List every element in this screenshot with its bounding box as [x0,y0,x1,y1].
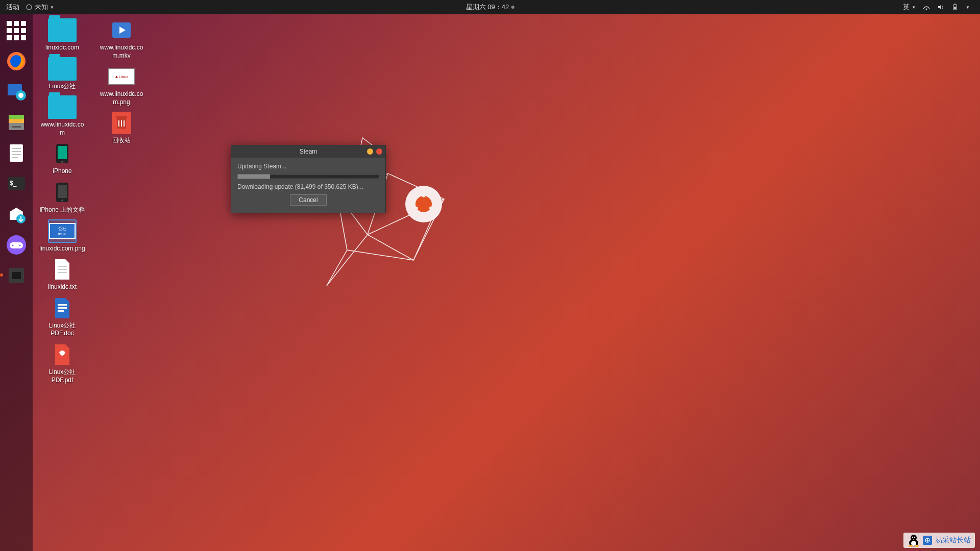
input-method-label: 英 [903,3,910,12]
dialog-body: Updating Steam... Downloading update (81… [231,158,385,213]
software-launcher[interactable] [4,202,29,227]
trash[interactable]: 回收站 [98,111,145,145]
svg-rect-11 [9,119,24,123]
cancel-button[interactable]: Cancel [290,194,326,206]
screenshot-icon [6,81,27,103]
datetime-label: 星期六 09：42 [466,3,509,12]
terminal-launcher[interactable]: $_ [4,171,29,196]
iphone-device[interactable]: iPhone [39,142,86,176]
text-file-icon [48,258,77,281]
software-icon [6,204,27,225]
steam-launcher[interactable] [4,263,29,288]
svg-point-9 [18,93,23,98]
tux-icon [908,534,920,547]
svg-point-30 [422,194,425,197]
svg-point-35 [61,161,63,163]
svg-rect-3 [954,7,956,9]
trash-icon [107,111,136,135]
files-icon [6,112,27,133]
svg-point-24 [12,245,14,246]
document-icon [6,142,27,164]
folder-www-linuxidc[interactable]: www.linuxidc.com [39,95,86,137]
app-menu-label: 未知 [35,3,48,12]
pdf-file-linux[interactable]: Linux公社PDF.pdf [39,343,86,384]
svg-point-59 [915,545,919,547]
svg-rect-4 [954,4,955,5]
folder-icon [48,95,77,119]
desktop-column-1: linuxidc.com Linux公社 www.linuxidc.com iP… [39,18,86,384]
svg-rect-44 [58,310,64,312]
folder-linuxidc[interactable]: linuxidc.com [39,18,86,52]
image-linuxidc-png[interactable]: 公社inuxlinuxidc.com.png [39,219,86,253]
iphone-icon [48,142,77,165]
svg-point-0 [27,5,32,10]
logo-badge-icon [923,536,932,545]
image-icon: 公社inux [48,219,77,243]
steam-update-dialog: Steam Updating Steam... Downloading upda… [231,145,386,213]
clock[interactable]: 星期六 09：42 [466,3,514,12]
network-icon[interactable] [923,4,930,11]
svg-rect-14 [10,144,23,162]
svg-point-58 [909,545,913,547]
svg-point-1 [926,9,927,10]
folder-linux-gongshe[interactable]: Linux公社 [39,57,86,91]
doc-file-linux-pdf[interactable]: Linux公社PDF.doc [39,296,86,338]
folder-icon [48,18,77,42]
dialog-title-label: Steam [300,148,317,155]
text-editor-launcher[interactable] [4,141,29,165]
chevron-down-icon: ▼ [50,5,54,10]
watermark-label: 易采站长站 [935,536,971,545]
svg-text:$_: $_ [10,180,17,187]
svg-point-38 [61,199,63,202]
download-detail-label: Downloading update (81,499 of 350,625 KB… [237,183,379,190]
top-bar: 活动 未知 ▼ 星期六 09：42 英 ▼ ▼ [0,0,980,14]
svg-point-55 [912,537,913,538]
dialog-titlebar[interactable]: Steam [231,145,385,158]
doc-file-icon [48,296,77,320]
games-launcher[interactable] [4,233,29,257]
chevron-down-icon: ▼ [912,5,916,10]
app-menu[interactable]: 未知 ▼ [26,3,54,12]
iphone-doc-icon [48,181,77,204]
system-menu-chevron-icon[interactable]: ▼ [966,5,970,10]
svg-rect-43 [58,307,67,309]
svg-rect-10 [9,115,24,119]
update-status-label: Updating Steam... [237,163,379,170]
svg-rect-34 [58,146,67,159]
desktop: linuxidc.com Linux公社 www.linuxidc.com iP… [39,18,145,384]
gamepad-icon [6,234,27,256]
text-file-linuxidc[interactable]: linuxidc.txt [39,258,86,291]
svg-rect-37 [58,185,67,198]
svg-rect-23 [10,242,23,248]
svg-rect-42 [58,304,67,306]
minimize-button[interactable] [367,148,373,155]
dock: $_ [0,14,33,551]
progress-fill [238,174,270,179]
show-applications-button[interactable] [4,18,29,43]
image-www-linuxidc-png[interactable]: ▲Linuxwww.linuxidc.com.png [98,65,145,106]
svg-point-29 [415,196,432,212]
screenshot-launcher[interactable] [4,80,29,104]
battery-icon[interactable] [951,4,959,11]
video-file-mkv[interactable]: www.linuxidc.com.mkv [98,18,145,60]
steam-icon [6,265,27,286]
input-method-menu[interactable]: 英 ▼ [903,3,916,12]
terminal-icon: $_ [6,173,27,194]
svg-point-56 [914,537,915,538]
svg-point-32 [415,207,418,210]
folder-icon [48,57,77,81]
firefox-launcher[interactable] [4,49,29,73]
notification-dot-icon [511,6,514,9]
svg-point-31 [429,207,432,210]
iphone-documents[interactable]: iPhone 上的文档 [39,181,86,214]
svg-point-28 [405,186,442,222]
volume-icon[interactable] [937,4,944,11]
activities-button[interactable]: 活动 [6,3,19,12]
video-icon [107,18,136,42]
svg-point-25 [19,245,21,246]
progress-bar [237,174,379,179]
unknown-app-icon [26,4,33,11]
files-launcher[interactable] [4,110,29,135]
pdf-file-icon [48,343,77,366]
close-button[interactable] [376,148,382,155]
